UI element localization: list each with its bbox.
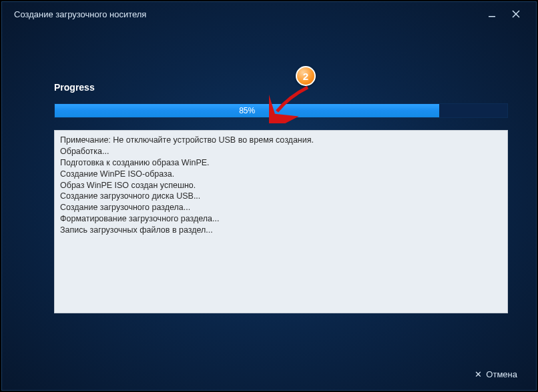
log-line: Подготовка к созданию образа WinPE. [60,157,502,169]
minimize-icon [488,10,496,18]
svg-rect-0 [489,16,495,17]
progress-fill: 85% [55,104,439,117]
progress-heading: Progress [54,82,508,93]
main-content: Progress 85% Примечание: Не отключайте у… [54,82,508,313]
log-line: Создание WinPE ISO-образа. [60,169,502,180]
log-panel: Примечание: Не отключайте устройство USB… [54,130,508,313]
close-button[interactable] [504,2,528,26]
minimize-button[interactable] [480,2,504,26]
log-line: Создание загрузочного диска USB... [60,191,502,202]
log-line: Запись загрузочных файлов в раздел... [60,225,502,236]
titlebar: Создание загрузочного носителя [2,2,536,26]
log-line: Обработка... [60,146,502,157]
close-icon: ✕ [475,369,482,379]
log-line: Примечание: Не отключайте устройство USB… [60,135,502,146]
cancel-label: Отмена [486,369,517,379]
log-line: Создание загрузочного раздела... [60,202,502,213]
progress-percent-text: 85% [239,106,255,115]
window-title: Создание загрузочного носителя [14,9,146,19]
progress-bar: 85% [54,103,508,118]
log-line: Образ WinPE ISO создан успешно. [60,180,502,191]
log-line: Форматирование загрузочного раздела... [60,213,502,225]
close-icon [512,10,520,18]
annotation-step-badge: 2 [296,66,316,86]
app-window: Создание загрузочного носителя Progress … [1,1,537,391]
cancel-button[interactable]: ✕ Отмена [475,369,517,379]
